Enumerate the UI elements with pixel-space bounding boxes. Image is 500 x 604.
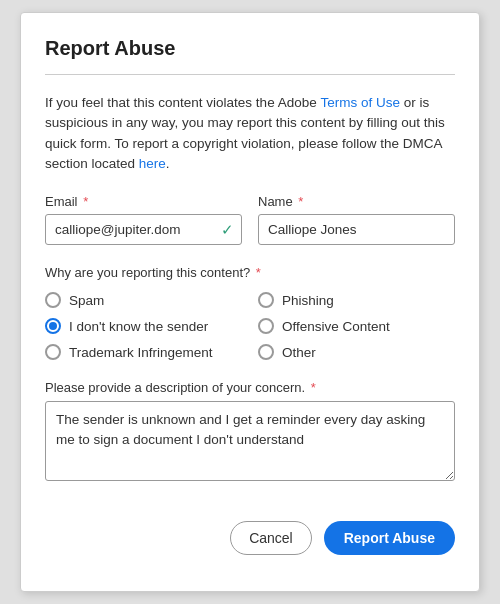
textarea-label: Please provide a description of your con… [45,380,455,395]
radio-phishing-label: Phishing [282,293,334,308]
radio-dont-know-sender-label: I don't know the sender [69,319,208,334]
radio-trademark-infringement-label: Trademark Infringement [69,345,213,360]
name-input-wrapper [258,214,455,245]
radio-offensive-content[interactable] [258,318,274,334]
radio-offensive-content-label: Offensive Content [282,319,390,334]
radio-spam-label: Spam [69,293,104,308]
actions-row: Cancel Report Abuse [45,505,455,555]
radio-section-label: Why are you reporting this content? * [45,265,455,280]
radio-item-spam[interactable]: Spam [45,292,242,308]
radio-item-other[interactable]: Other [258,344,455,360]
radio-other[interactable] [258,344,274,360]
report-abuse-modal: Report Abuse If you feel that this conte… [20,12,480,592]
radio-phishing[interactable] [258,292,274,308]
radio-options-grid: Spam Phishing I don't know the sender Of… [45,292,455,360]
radio-dont-know-sender[interactable] [45,318,61,334]
description-part1: If you feel that this content violates t… [45,95,320,110]
name-required-marker: * [295,194,304,209]
email-required-marker: * [80,194,89,209]
cancel-button[interactable]: Cancel [230,521,312,555]
radio-trademark-infringement[interactable] [45,344,61,360]
description-text: If you feel that this content violates t… [45,93,455,174]
email-input-wrapper: ✓ [45,214,242,245]
radio-item-trademark-infringement[interactable]: Trademark Infringement [45,344,242,360]
dmca-here-link[interactable]: here [139,156,166,171]
radio-other-label: Other [282,345,316,360]
report-abuse-button[interactable]: Report Abuse [324,521,455,555]
email-label: Email * [45,194,242,209]
name-label: Name * [258,194,455,209]
radio-item-dont-know-sender[interactable]: I don't know the sender [45,318,242,334]
modal-title: Report Abuse [45,37,455,60]
radio-item-phishing[interactable]: Phishing [258,292,455,308]
terms-of-use-link[interactable]: Terms of Use [320,95,400,110]
description-part3: . [166,156,170,171]
title-divider [45,74,455,75]
radio-item-offensive-content[interactable]: Offensive Content [258,318,455,334]
concern-textarea[interactable]: The sender is unknown and I get a remind… [45,401,455,481]
input-fields-row: Email * ✓ Name * [45,194,455,245]
radio-spam[interactable] [45,292,61,308]
name-input[interactable] [258,214,455,245]
email-field-group: Email * ✓ [45,194,242,245]
email-input[interactable] [45,214,242,245]
name-field-group: Name * [258,194,455,245]
